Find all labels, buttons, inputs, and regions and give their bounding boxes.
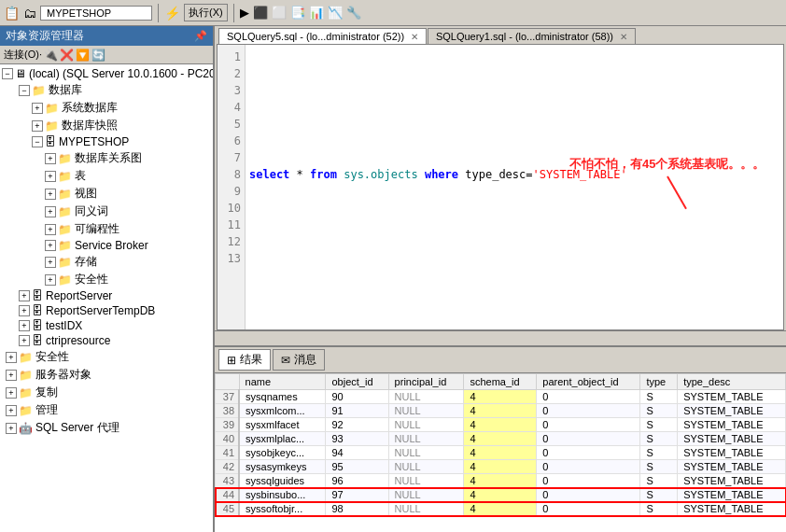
tree-node-db_diagram[interactable]: +📁数据库关系图 [0,149,213,167]
tab-close-tab2[interactable]: ✕ [617,32,627,42]
col-header-schema_id[interactable]: schema_id [464,374,537,390]
tree-toggle-service_broker[interactable]: + [45,240,56,251]
tree-node-reportservertempdb[interactable]: +🗄ReportServerTempDB [0,303,213,318]
tree-toggle-server_objects[interactable]: + [6,370,17,381]
tree-toggle-sys_db[interactable]: + [32,103,43,114]
tree-node-reportserver[interactable]: +🗄ReportServer [0,288,213,303]
tree-icon-storage: 📁 [58,256,72,269]
object-explorer-panel: 对象资源管理器 📌 连接(O)· 🔌 ❌ 🔽 🔄 −🖥(local) (SQL … [0,26,215,532]
refresh-icon[interactable]: 🔄 [91,49,105,62]
tree-toggle-db_snapshot[interactable]: + [32,120,43,132]
table-row[interactable]: 37sysqnames90NULL40SSYSTEM_TABLE [216,390,786,404]
tree-node-db_snapshot[interactable]: +📁数据库快照 [0,117,213,134]
tree-toggle-replication[interactable]: + [6,387,17,399]
table-row[interactable]: 39sysxmlfacet92NULL40SSYSTEM_TABLE [216,418,786,432]
col-header-object_id[interactable]: object_id [326,374,388,390]
tree-node-mypetshop[interactable]: −🗄MYPETSHOP [0,134,213,149]
table-cell: S [640,418,678,432]
tree-node-service_broker[interactable]: +📁Service Broker [0,238,213,253]
results-tab-结果[interactable]: ⊞结果 [218,349,271,371]
table-cell: 0 [537,404,640,418]
editor-tab-tab1[interactable]: SQLQuery5.sql - (lo...dministrator (52))… [218,28,427,44]
tree-node-ctripresource[interactable]: +🗄ctripresource [0,333,213,348]
tree-icon-db_diagram: 📁 [58,152,72,165]
col-header-type_desc[interactable]: type_desc [678,374,786,390]
tree-node-security_db[interactable]: +📁安全性 [0,271,213,288]
tree-node-testidx[interactable]: +🗄testIDX [0,318,213,333]
tree-label-management: 管理 [35,402,58,418]
connect-icon-2[interactable]: ❌ [60,49,74,62]
table-cell: NULL [388,474,464,488]
tree-toggle-local[interactable]: − [2,68,13,79]
pin-icon[interactable]: 📌 [194,30,207,42]
tree-toggle-views[interactable]: + [45,189,56,200]
tree-node-synonyms[interactable]: +📁同义词 [0,203,213,220]
tree-node-management[interactable]: +📁管理 [0,401,213,419]
tab-close-tab1[interactable]: ✕ [408,32,418,42]
row-number: 40 [216,432,240,446]
tree-toggle-reportserver[interactable]: + [19,290,30,301]
tree-node-tables[interactable]: +📁表 [0,167,213,185]
table-cell: 0 [537,460,640,474]
tree-icon-synonyms: 📁 [58,205,72,218]
tree-toggle-ctripresource[interactable]: + [19,335,30,346]
editor-tab-tab2[interactable]: SQLQuery1.sql - (lo...dministrator (58))… [428,28,636,44]
col-header-principal_id[interactable]: principal_id [388,374,464,390]
tree-icon-service_broker: 📁 [58,239,72,252]
tree-toggle-tables[interactable]: + [45,171,56,182]
filter-icon[interactable]: 🔽 [76,49,90,62]
tree-node-replication[interactable]: +📁复制 [0,384,213,401]
horizontal-scrollbar[interactable] [215,330,786,345]
tree-node-local[interactable]: −🖥(local) (SQL Server 10.0.1600 - PC2014… [0,66,213,81]
row-number: 42 [216,460,240,474]
col-header-name[interactable]: name [239,374,326,390]
table-row[interactable]: 43syssqlguides96NULL40SSYSTEM_TABLE [216,474,786,488]
tree-node-programmability[interactable]: +📁可编程性 [0,220,213,238]
table-row[interactable]: 42sysasymkeys95NULL40SSYSTEM_TABLE [216,460,786,474]
col-header-type[interactable]: type [640,374,678,390]
tree-toggle-management[interactable]: + [6,405,17,416]
tree-icon-server_objects: 📁 [19,369,33,382]
tree-node-databases[interactable]: −📁数据库 [0,81,213,99]
table-row[interactable]: 45syssoftobjr...98NULL40SSYSTEM_TABLE [216,502,786,516]
tree-toggle-reportservertempdb[interactable]: + [19,305,30,316]
table-cell: 91 [326,404,388,418]
connect-label[interactable]: 连接(O)· [4,48,42,62]
table-row[interactable]: 44sysbinsubo...97NULL40SSYSTEM_TABLE [216,488,786,502]
code-editor[interactable]: select * from sys.objects where type_des… [246,45,783,329]
tree-label-reportservertempdb: ReportServerTempDB [46,304,155,317]
results-tab-消息[interactable]: ✉消息 [273,349,325,371]
execute-button[interactable]: 执行(X) [184,4,228,21]
tree-toggle-storage[interactable]: + [45,257,56,268]
table-row[interactable]: 40sysxmlplac...93NULL40SSYSTEM_TABLE [216,432,786,446]
table-cell: 4 [464,404,537,418]
tree-node-server_objects[interactable]: +📁服务器对象 [0,366,213,384]
tree-toggle-mypetshop[interactable]: − [32,136,43,147]
col-header-parent_object_id[interactable]: parent_object_id [537,374,640,390]
tree-node-views[interactable]: +📁视图 [0,185,213,203]
tree-toggle-programmability[interactable]: + [45,224,56,235]
tree-toggle-databases[interactable]: − [19,85,30,96]
tree-node-security[interactable]: +📁安全性 [0,348,213,366]
table-row[interactable]: 41sysobjkeyc...94NULL40SSYSTEM_TABLE [216,446,786,460]
tree-node-sys_db[interactable]: +📁系统数据库 [0,99,213,117]
tree-toggle-testidx[interactable]: + [19,320,30,331]
tree-toggle-synonyms[interactable]: + [45,206,56,217]
table-cell: NULL [388,418,464,432]
database-selector[interactable]: MYPETSHOP [40,6,152,21]
tree-label-sys_db: 系统数据库 [62,100,118,116]
editor-area[interactable]: 12345678910111213 select * from sys.obje… [217,44,784,330]
tree-label-mypetshop: MYPETSHOP [59,135,129,148]
separator-1 [158,4,159,22]
table-cell: SYSTEM_TABLE [678,502,786,516]
table-row[interactable]: 38sysxmlcom...91NULL40SSYSTEM_TABLE [216,404,786,418]
tree-node-storage[interactable]: +📁存储 [0,253,213,271]
tree-toggle-db_diagram[interactable]: + [45,153,56,164]
tree-toggle-sql_agent[interactable]: + [6,423,17,434]
connect-icon-1[interactable]: 🔌 [44,49,58,62]
results-content[interactable]: nameobject_idprincipal_idschema_idparent… [215,373,786,532]
tree-toggle-security_db[interactable]: + [45,274,56,286]
tree-toggle-security[interactable]: + [6,352,17,363]
line-number-6: 6 [221,133,241,149]
tree-node-sql_agent[interactable]: +🤖SQL Server 代理 [0,419,213,437]
